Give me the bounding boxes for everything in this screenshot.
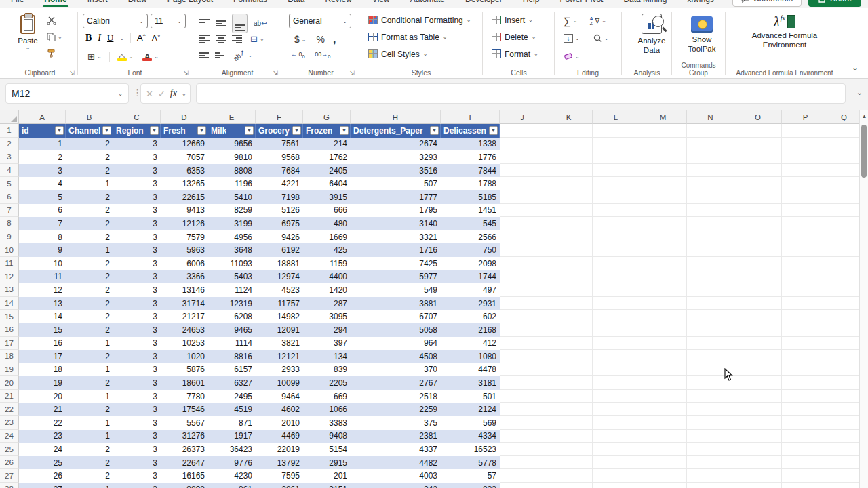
cell-C18[interactable]: 3 (113, 350, 161, 363)
cell-I21[interactable]: 501 (441, 390, 500, 403)
row-header-24[interactable]: 24 (0, 430, 19, 443)
cell-F27[interactable]: 7595 (256, 469, 303, 483)
cell-B10[interactable]: 1 (66, 243, 113, 257)
cell-O2[interactable] (734, 138, 782, 151)
cell-J23[interactable] (500, 416, 545, 430)
cell-E12[interactable]: 5403 (208, 270, 256, 284)
cell-A26[interactable]: 25 (19, 456, 66, 470)
cell-G6[interactable]: 3915 (303, 190, 351, 204)
cell-M24[interactable] (639, 430, 687, 443)
cell-I19[interactable]: 4478 (441, 363, 500, 377)
cell-O25[interactable] (734, 443, 782, 456)
row-header-13[interactable]: 13 (0, 283, 19, 297)
cell-F26[interactable]: 13792 (256, 456, 303, 470)
cell-L5[interactable] (593, 177, 639, 190)
cell-G21[interactable]: 669 (303, 390, 351, 403)
cell-B8[interactable]: 2 (66, 217, 113, 230)
cell-Q7[interactable] (829, 204, 859, 218)
column-header-M[interactable]: M (639, 110, 687, 124)
cell-E27[interactable]: 4230 (208, 469, 256, 483)
column-header-G[interactable]: G (303, 110, 351, 124)
cell-I13[interactable]: 497 (441, 283, 500, 297)
cell-J3[interactable] (500, 150, 545, 164)
cell-L16[interactable] (593, 323, 639, 337)
cell-B2[interactable]: 2 (66, 138, 113, 151)
cell-Q8[interactable] (829, 217, 859, 230)
cell-A23[interactable]: 22 (19, 416, 66, 430)
cell-E19[interactable]: 6157 (208, 363, 256, 377)
cell-O8[interactable] (734, 217, 782, 230)
cell-E25[interactable]: 36423 (208, 443, 256, 456)
row-header-8[interactable]: 8 (0, 217, 19, 230)
cell-G28[interactable]: 3151 (303, 483, 351, 488)
cell-D22[interactable]: 17546 (161, 403, 208, 416)
cell-C17[interactable]: 3 (113, 337, 161, 350)
cell-D7[interactable]: 9413 (161, 204, 208, 218)
cell-N21[interactable] (687, 390, 734, 403)
cell-J9[interactable] (500, 230, 545, 244)
cell-H25[interactable]: 4337 (351, 443, 441, 456)
cell-B21[interactable]: 1 (66, 390, 113, 403)
cell-L4[interactable] (593, 164, 639, 178)
cell-Q10[interactable] (829, 243, 859, 257)
cell-D15[interactable]: 21217 (161, 310, 208, 323)
cell-B18[interactable]: 2 (66, 350, 113, 363)
cell-A27[interactable]: 26 (19, 469, 66, 483)
cell-Q15[interactable] (829, 310, 859, 323)
cell-F3[interactable]: 9568 (256, 150, 303, 164)
cell-P20[interactable] (782, 376, 829, 390)
merge-center-button[interactable]: ⊟⌄ (248, 33, 267, 45)
cell-B28[interactable]: 1 (66, 483, 113, 488)
cell-A22[interactable]: 21 (19, 403, 66, 416)
cell-D27[interactable]: 16165 (161, 469, 208, 483)
cell-A4[interactable]: 3 (19, 164, 66, 178)
cell-E26[interactable]: 9776 (208, 456, 256, 470)
cell-G14[interactable]: 287 (303, 297, 351, 310)
cell-L18[interactable] (593, 350, 639, 363)
cell-L19[interactable] (593, 363, 639, 377)
cell-C22[interactable]: 3 (113, 403, 161, 416)
cell-D28[interactable]: 9898 (161, 483, 208, 488)
cell-L20[interactable] (593, 376, 639, 390)
row-header-7[interactable]: 7 (0, 204, 19, 218)
tab-data-mining[interactable]: Data Mining (622, 0, 668, 8)
autosum-button[interactable]: ∑⌄ (561, 14, 579, 28)
cells-delete[interactable]: Delete⌄ (489, 28, 541, 45)
row-header-11[interactable]: 11 (0, 257, 19, 270)
cell-B22[interactable]: 2 (66, 403, 113, 416)
cell-Q11[interactable] (829, 257, 859, 270)
cell-C12[interactable]: 3 (113, 270, 161, 284)
cell-F24[interactable]: 4469 (256, 430, 303, 443)
cell-N13[interactable] (687, 283, 734, 297)
cell-P19[interactable] (782, 363, 829, 377)
cell-C2[interactable]: 3 (113, 138, 161, 151)
cell-I16[interactable]: 2168 (441, 323, 500, 337)
cell-N15[interactable] (687, 310, 734, 323)
scroll-up-icon[interactable]: ▲ (862, 113, 867, 119)
cell-A5[interactable]: 4 (19, 177, 66, 190)
cell-A12[interactable]: 11 (19, 270, 66, 284)
cell-Q4[interactable] (829, 164, 859, 178)
cell-A3[interactable]: 2 (19, 150, 66, 164)
cell-M8[interactable] (639, 217, 687, 230)
cell-J6[interactable] (500, 190, 545, 204)
cell-G15[interactable]: 3095 (303, 310, 351, 323)
cell-M22[interactable] (639, 403, 687, 416)
cell-C11[interactable]: 3 (113, 257, 161, 270)
orientation-button[interactable]: ab↗⌄ (231, 50, 254, 60)
cell-A2[interactable]: 1 (19, 138, 66, 151)
row-header-6[interactable]: 6 (0, 190, 19, 204)
cell-B11[interactable]: 2 (66, 257, 113, 270)
column-header-F[interactable]: F (256, 110, 303, 124)
cell-A19[interactable]: 18 (19, 363, 66, 377)
cell-K11[interactable] (545, 257, 593, 270)
cell-H22[interactable]: 2259 (351, 403, 441, 416)
cell-C24[interactable]: 3 (113, 430, 161, 443)
cell-A7[interactable]: 6 (19, 204, 66, 218)
cell-G8[interactable]: 480 (303, 217, 351, 230)
cell-I5[interactable]: 1788 (441, 177, 500, 190)
analyze-data-button[interactable]: Analyze Data (633, 14, 670, 55)
table-header-Frozen[interactable]: Frozen▼ (303, 124, 351, 138)
cell-K24[interactable] (545, 430, 593, 443)
cell-Q9[interactable] (829, 230, 859, 244)
